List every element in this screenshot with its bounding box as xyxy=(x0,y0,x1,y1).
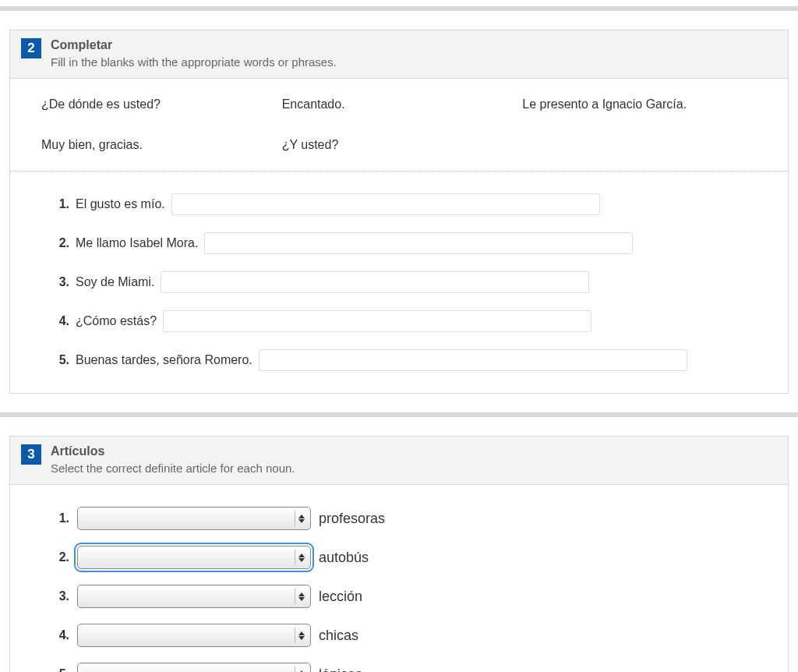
word-bank-item: Muy bien, gracias. xyxy=(41,138,276,152)
question-number: 2. xyxy=(54,550,69,564)
word-bank-item: ¿De dónde es usted? xyxy=(41,97,276,111)
question-prompt: Buenas tardes, señora Romero. xyxy=(76,353,252,367)
article-select[interactable] xyxy=(77,585,311,608)
select-arrows-icon xyxy=(295,667,307,672)
article-select[interactable] xyxy=(77,507,311,530)
word-bank: ¿De dónde es usted? Encantado. Le presen… xyxy=(10,79,788,171)
question-number: 3. xyxy=(54,275,69,289)
question-number: 3. xyxy=(54,589,69,603)
question-number: 4. xyxy=(54,314,69,328)
question-number: 2. xyxy=(54,236,69,250)
noun-label: profesoras xyxy=(319,511,385,527)
section-header: 3 Artículos Select the correct definite … xyxy=(10,437,788,485)
answer-input[interactable] xyxy=(171,193,600,215)
article-select[interactable] xyxy=(77,663,311,672)
question-number: 5. xyxy=(54,667,69,672)
select-arrows-icon xyxy=(295,511,307,526)
select-row: 5. lápices xyxy=(54,663,757,672)
select-row: 2. autobús xyxy=(54,546,757,569)
mid-divider xyxy=(0,412,798,417)
blank-row: 5. Buenas tardes, señora Romero. xyxy=(54,349,757,371)
article-select[interactable] xyxy=(77,624,311,647)
section-number-badge: 2 xyxy=(21,38,41,58)
blanks-list: 1. El gusto es mío. 2. Me llamo Isabel M… xyxy=(10,172,788,393)
question-number: 1. xyxy=(54,511,69,525)
section-title: Completar xyxy=(51,38,777,52)
section-articulos: 3 Artículos Select the correct definite … xyxy=(9,436,789,672)
question-number: 5. xyxy=(54,353,69,367)
answer-input[interactable] xyxy=(161,271,589,293)
question-prompt: Soy de Miami. xyxy=(76,275,154,289)
question-prompt: Me llamo Isabel Mora. xyxy=(76,236,198,250)
section-description: Fill in the blanks with the appropriate … xyxy=(51,55,777,69)
word-bank-item: ¿Y usted? xyxy=(282,138,517,152)
section-completar: 2 Completar Fill in the blanks with the … xyxy=(9,30,789,394)
word-bank-item: Le presento a Ignacio García. xyxy=(522,97,757,111)
select-row: 4. chicas xyxy=(54,624,757,647)
noun-label: chicas xyxy=(319,628,358,644)
section-title: Artículos xyxy=(51,444,777,458)
blank-row: 1. El gusto es mío. xyxy=(54,193,757,215)
article-select[interactable] xyxy=(77,546,311,569)
question-prompt: ¿Cómo estás? xyxy=(76,314,157,328)
select-row: 3. lección xyxy=(54,585,757,608)
section-header: 2 Completar Fill in the blanks with the … xyxy=(10,30,788,79)
question-prompt: El gusto es mío. xyxy=(76,197,165,211)
noun-label: lápices xyxy=(319,667,362,673)
noun-label: autobús xyxy=(319,550,369,566)
blank-row: 4. ¿Cómo estás? xyxy=(54,310,757,332)
question-number: 4. xyxy=(54,628,69,642)
answer-input[interactable] xyxy=(204,232,633,254)
answer-input[interactable] xyxy=(163,310,591,332)
noun-label: lección xyxy=(319,589,362,605)
select-arrows-icon xyxy=(295,589,307,604)
question-number: 1. xyxy=(54,197,69,211)
section-number-badge: 3 xyxy=(21,444,41,465)
select-arrows-icon xyxy=(295,628,307,643)
word-bank-item: Encantado. xyxy=(282,97,517,111)
blank-row: 3. Soy de Miami. xyxy=(54,271,757,293)
select-row: 1. profesoras xyxy=(54,507,757,530)
answer-input[interactable] xyxy=(259,349,687,371)
selects-list: 1. profesoras 2. autobús 3. lección 4. xyxy=(10,485,788,672)
section-description: Select the correct definite article for … xyxy=(51,462,777,475)
select-arrows-icon xyxy=(295,550,307,565)
top-divider xyxy=(0,6,798,11)
blank-row: 2. Me llamo Isabel Mora. xyxy=(54,232,757,254)
